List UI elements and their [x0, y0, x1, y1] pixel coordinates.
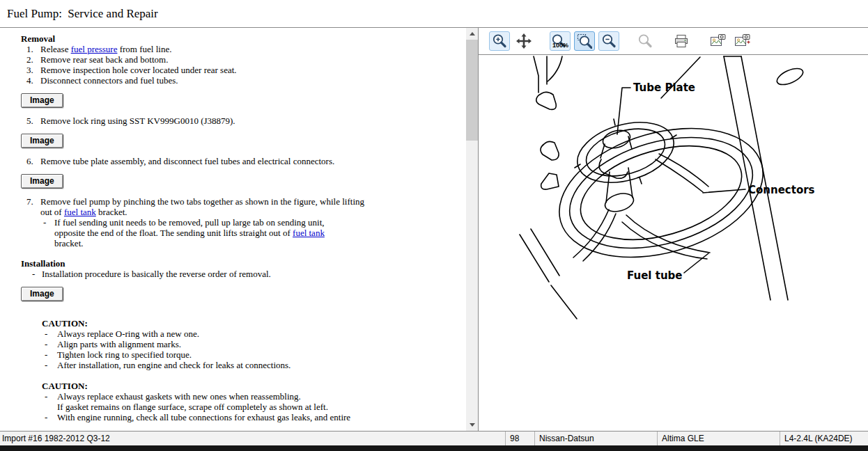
- connectors-label: Connectors: [748, 184, 815, 196]
- title-bar: Fuel Pump: Service and Repair: [0, 0, 868, 28]
- fuel-pump-diagram: Tube Plate Connectors Fuel tube: [479, 55, 868, 431]
- caution-row: - Tighten lock ring to specified torque.: [42, 349, 462, 360]
- snapshot-icon: [709, 33, 727, 49]
- step-text: Release fuel pressure from fuel line.: [40, 44, 171, 54]
- svg-text:100%: 100%: [552, 42, 568, 49]
- step-number: 1.: [26, 44, 40, 54]
- caution-text: Align parts with alignment marks.: [57, 339, 181, 349]
- image-button-1[interactable]: Image: [21, 93, 63, 108]
- fuel-tank-link-2[interactable]: fuel tank: [293, 228, 325, 238]
- removal-step-4: 4. Disconnect connectors and fuel tubes.: [21, 75, 462, 86]
- removal-step-2: 2. Remove rear seat back and bottom.: [21, 54, 462, 65]
- zoom-in-button[interactable]: [489, 31, 510, 51]
- substep-text-part: bracket.: [54, 238, 84, 248]
- installation-heading: Installation: [21, 258, 462, 269]
- scroll-up-button[interactable]: [466, 28, 478, 40]
- zoom-100-button[interactable]: 100%: [550, 31, 571, 51]
- diagram-viewer-panel: 100%: [479, 28, 868, 431]
- diagram-canvas[interactable]: Tube Plate Connectors Fuel tube: [479, 55, 868, 431]
- step-text: Remove fuel pump by pinching the two tab…: [40, 196, 368, 217]
- removal-step-6: 6. Remove tube plate assembly, and disco…: [21, 156, 462, 166]
- step-text: Disconnect connectors and fuel tubes.: [40, 75, 178, 86]
- caution-heading: CAUTION:: [42, 318, 462, 329]
- note-text: Installation procedure is basically the …: [42, 269, 271, 279]
- print-icon: [673, 33, 690, 49]
- fuel-pressure-link[interactable]: fuel pressure: [71, 44, 118, 54]
- caution-block-2: CAUTION: - Always replace exhaust gasket…: [42, 381, 462, 422]
- status-bar: Import #16 1982-2012 Q3-12 98 Nissan-Dat…: [0, 431, 868, 445]
- step-number: 5.: [26, 116, 40, 126]
- scrollbar-thumb[interactable]: [466, 40, 478, 141]
- caution-row: - Align parts with alignment marks.: [42, 339, 462, 349]
- step-text-part: bracket.: [96, 207, 127, 217]
- step-number: 4.: [26, 75, 40, 86]
- caution-text: Tighten lock ring to specified torque.: [57, 349, 192, 360]
- caution-dash: [45, 402, 57, 412]
- pan-button[interactable]: [513, 31, 534, 51]
- zoom-window-icon: [577, 33, 592, 49]
- caution-row: If gasket remains on flange surface, scr…: [42, 402, 462, 412]
- caution-row: - With engine running, check all tube co…: [42, 412, 462, 422]
- step-number: 2.: [26, 54, 40, 65]
- status-page-number: 98: [506, 432, 535, 445]
- caution-text: With engine running, check all tube conn…: [57, 412, 350, 422]
- substep-text-part: If fuel sending unit needs to be removed…: [54, 217, 325, 238]
- doc-scrollbar[interactable]: [466, 28, 478, 431]
- tube-plate-label: Tube Plate: [633, 81, 695, 94]
- zoom-window-button[interactable]: [574, 31, 595, 51]
- arrow-down-icon: [470, 423, 475, 427]
- zoom-out-icon: [601, 33, 617, 49]
- caution-row: - Always replace exhaust gaskets with ne…: [42, 391, 462, 402]
- zoom-out-button[interactable]: [598, 31, 619, 51]
- caution-row: - After installation, run engine and che…: [42, 360, 462, 370]
- main-split: Removal 1. Release fuel pressure from fu…: [0, 28, 868, 431]
- caution-dash: -: [45, 360, 57, 370]
- caution-text: If gasket remains on flange surface, scr…: [57, 402, 328, 412]
- window-bottom-edge: [0, 445, 868, 451]
- zoom-100-icon: 100%: [551, 33, 569, 49]
- fuel-tank-link-1[interactable]: fuel tank: [64, 207, 96, 217]
- image-button-2[interactable]: Image: [21, 134, 63, 148]
- caution-dash: -: [45, 412, 57, 422]
- snapshot-button[interactable]: [707, 31, 728, 51]
- note-dash: -: [32, 269, 42, 279]
- procedure-panel: Removal 1. Release fuel pressure from fu…: [0, 28, 479, 431]
- print-button[interactable]: [671, 31, 692, 51]
- substep-dash: -: [43, 217, 54, 248]
- removal-step-5: 5. Remove lock ring using SST KV999G0010…: [21, 116, 462, 126]
- step-number: 3.: [26, 65, 40, 75]
- removal-step-7a: - If fuel sending unit needs to be remov…: [21, 217, 462, 248]
- snapshot-settings-icon: [734, 33, 751, 49]
- zoom-dynamic-button[interactable]: [635, 31, 656, 51]
- caution-heading: CAUTION:: [42, 381, 462, 391]
- removal-step-7: 7. Remove fuel pump by pinching the two …: [21, 196, 462, 217]
- scroll-down-button[interactable]: [466, 419, 478, 431]
- caution-dash: -: [45, 329, 57, 339]
- caution-row: - Always replace O-ring with a new one.: [42, 329, 462, 339]
- step-text: Remove tube plate assembly, and disconne…: [40, 156, 334, 166]
- step-text: Remove lock ring using SST KV999G0010 (J…: [40, 116, 235, 126]
- step-text-part: Release: [40, 44, 71, 54]
- image-button-4[interactable]: Image: [21, 287, 63, 301]
- pan-icon: [515, 32, 533, 50]
- removal-step-1: 1. Release fuel pressure from fuel line.: [21, 44, 462, 54]
- status-vehicle-model: Altima GLE: [658, 432, 780, 445]
- page-title: Fuel Pump: Service and Repair: [7, 7, 158, 21]
- caution-dash: -: [45, 339, 57, 349]
- caution-text: Always replace O-ring with a new one.: [57, 329, 199, 339]
- snapshot-settings-button[interactable]: [731, 31, 752, 51]
- zoom-in-icon: [492, 33, 507, 49]
- caution-text: Always replace exhaust gaskets with new …: [57, 391, 301, 402]
- zoom-dynamic-icon: [637, 33, 653, 49]
- step-number: 6.: [26, 156, 40, 166]
- caution-block-1: CAUTION: - Always replace O-ring with a …: [42, 318, 462, 370]
- status-vehicle-make: Nissan-Datsun: [535, 432, 658, 445]
- fuel-tube-label: Fuel tube: [627, 269, 682, 282]
- installation-note: - Installation procedure is basically th…: [21, 269, 462, 279]
- image-button-3[interactable]: Image: [21, 174, 63, 189]
- status-import-info: Import #16 1982-2012 Q3-12: [0, 432, 506, 445]
- substep-text: If fuel sending unit needs to be removed…: [54, 217, 350, 248]
- caution-dash: -: [45, 391, 57, 402]
- caution-text: After installation, run engine and check…: [57, 360, 290, 370]
- step-text-part: from fuel line.: [117, 44, 171, 54]
